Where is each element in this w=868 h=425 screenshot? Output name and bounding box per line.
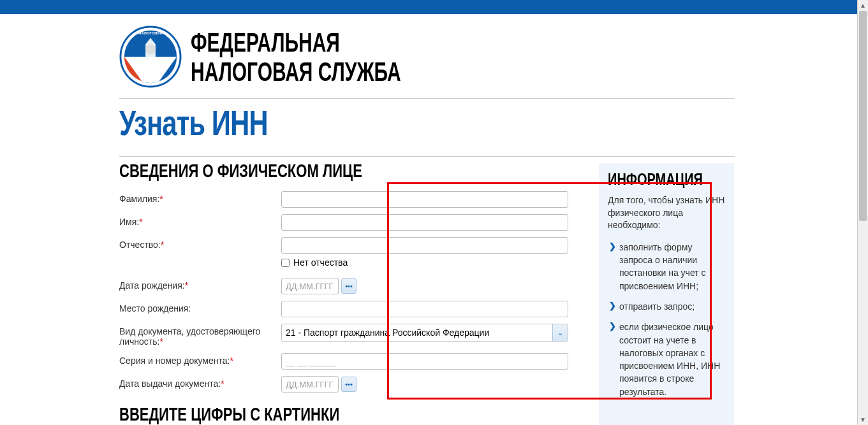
svg-point-2 [145, 44, 156, 54]
top-banner [0, 0, 868, 14]
docdate-picker-button[interactable]: ••• [341, 377, 357, 392]
svg-text:НАЛОГОВАЯ: НАЛОГОВАЯ [138, 31, 163, 35]
birthplace-input[interactable] [281, 301, 568, 317]
docseries-input[interactable] [281, 353, 568, 370]
scrollbar-track[interactable] [858, 11, 868, 414]
lastname-label: Фамилия:* [119, 191, 281, 204]
section-title-person: СВЕДЕНИЯ О ФИЗИЧЕСКОМ ЛИЦЕ [119, 161, 591, 182]
scroll-up-button[interactable]: ▲ [858, 0, 868, 11]
no-patronymic-label: Нет отчества [293, 257, 348, 268]
birthplace-label: Место рождения: [119, 301, 281, 313]
docdate-input[interactable] [281, 376, 339, 393]
info-list: заполнить форму запроса о наличии постан… [608, 241, 726, 398]
patronymic-input[interactable] [281, 237, 568, 254]
firstname-input[interactable] [281, 214, 568, 231]
site-header: НАЛОГОВАЯ ФЕДЕРАЛЬНАЯ НАЛОГОВАЯ СЛУЖБА [119, 25, 857, 97]
divider [119, 156, 735, 157]
firstname-label: Имя:* [119, 214, 281, 227]
info-panel: ИНФОРМАЦИЯ Для того, чтобы узнать ИНН фи… [599, 163, 734, 425]
info-intro: Для того, чтобы узнать ИНН физического л… [608, 194, 726, 232]
org-title-line2: НАЛОГОВАЯ СЛУЖБА [191, 57, 401, 86]
info-list-item: если физическое лицо состоит на учете в … [608, 321, 726, 398]
scroll-down-button[interactable]: ▼ [858, 414, 868, 425]
chevron-down-icon: ⌄ [557, 329, 563, 337]
org-title: ФЕДЕРАЛЬНАЯ НАЛОГОВАЯ СЛУЖБА [191, 27, 401, 86]
vertical-scrollbar[interactable]: ▲ ▼ [857, 0, 868, 425]
docseries-label: Серия и номер документа:* [119, 353, 281, 366]
doctype-label: Вид документа, удостоверяющего личность:… [119, 324, 281, 347]
no-patronymic-checkbox[interactable] [281, 259, 290, 267]
page-title: Узнать ИНН [119, 100, 857, 143]
patronymic-label: Отчество:* [119, 237, 281, 250]
scrollbar-thumb[interactable] [859, 11, 867, 221]
birthdate-label: Дата рождения:* [119, 278, 281, 291]
info-list-item: заполнить форму запроса о наличии постан… [608, 241, 726, 292]
birthdate-picker-button[interactable]: ••• [341, 278, 357, 294]
divider [119, 98, 735, 99]
info-list-item: отправить запрос; [608, 300, 726, 313]
org-title-line1: ФЕДЕРАЛЬНАЯ [191, 27, 401, 57]
section-title-captcha: ВВЕДИТЕ ЦИФРЫ С КАРТИНКИ [119, 404, 591, 425]
docdate-label: Дата выдачи документа:* [119, 376, 281, 389]
lastname-input[interactable] [281, 191, 568, 208]
doctype-select[interactable] [281, 324, 568, 342]
birthdate-input[interactable] [281, 278, 339, 294]
doctype-dropdown-button[interactable]: ⌄ [552, 324, 568, 341]
info-title: ИНФОРМАЦИЯ [608, 170, 726, 189]
fns-logo: НАЛОГОВАЯ [119, 25, 182, 88]
